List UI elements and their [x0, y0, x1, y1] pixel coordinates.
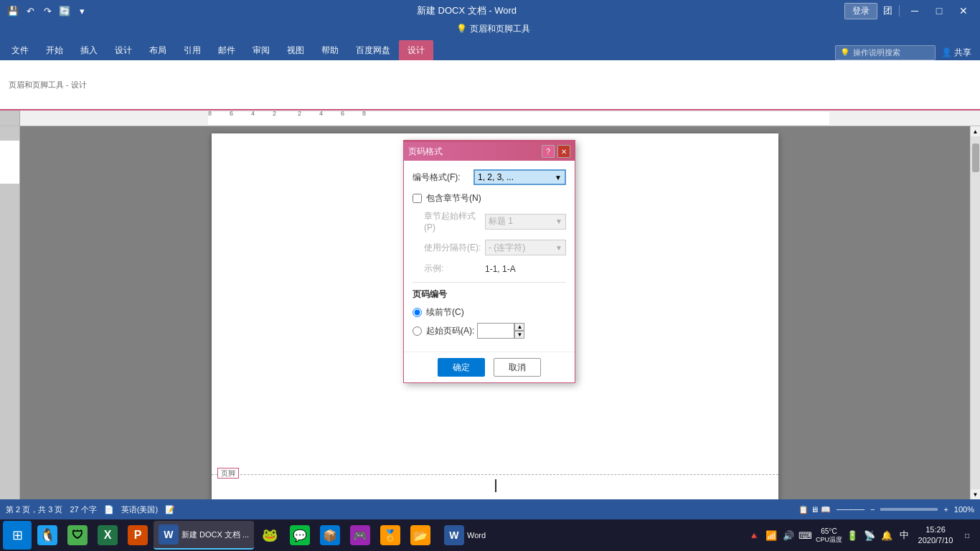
tray-expand[interactable]: 🔺	[747, 528, 761, 542]
tray-keyboard[interactable]: ⌨	[798, 528, 813, 542]
chapter-style-select: 标题 1 ▼	[485, 214, 566, 230]
tab-file[interactable]: 文件	[3, 40, 37, 60]
number-format-value: 1, 2, 3, ...	[478, 172, 514, 182]
separator-label: 使用分隔符(E):	[424, 242, 485, 254]
redo-icon[interactable]: ↷	[40, 4, 55, 18]
tab-mail[interactable]: 邮件	[209, 40, 244, 60]
header-tool-icon: 💡	[456, 24, 467, 34]
taskbar-360[interactable]: 🛡	[63, 521, 92, 550]
restore-button[interactable]: □	[928, 1, 950, 20]
start-page-input[interactable]	[477, 323, 514, 339]
separator-value: - (连字符)	[489, 242, 525, 254]
language-info: 英语(美国)	[121, 504, 158, 515]
tab-layout[interactable]: 布局	[141, 40, 175, 60]
system-tray: 🔺 📶 🔊 ⌨ 65°C CPU温度 🔋 📡 🔔 中 15:26 2020/7/…	[744, 524, 977, 547]
scroll-thumb[interactable]	[972, 143, 979, 172]
example-label: 示例:	[424, 263, 485, 275]
ribbon: 页眉和页脚工具 - 设计	[0, 60, 980, 110]
tab-home[interactable]: 开始	[37, 40, 72, 60]
minimize-button[interactable]: ─	[904, 1, 925, 20]
include-chapter-label: 包含章节号(N)	[426, 192, 481, 204]
scroll-up-button[interactable]: ▲	[971, 126, 981, 136]
zoom-out-button[interactable]: −	[870, 505, 875, 514]
taskbar-word2-label: Word	[467, 531, 486, 540]
close-button[interactable]: ✕	[953, 1, 974, 20]
scroll-track[interactable]	[971, 136, 980, 489]
taskbar-app7[interactable]: 🎮	[346, 521, 374, 550]
number-format-arrow: ▼	[555, 174, 562, 182]
tab-view[interactable]: 视图	[278, 40, 313, 60]
number-format-label: 编号格式(F):	[413, 171, 473, 184]
taskbar-word-active[interactable]: W 新建 DOCX 文档 ...	[154, 521, 254, 550]
separator-row: 使用分隔符(E): - (连字符) ▼	[424, 240, 566, 255]
show-desktop[interactable]: □	[960, 528, 974, 542]
spin-down-button[interactable]: ▼	[514, 331, 524, 339]
include-chapter-checkbox[interactable]	[413, 194, 422, 203]
autosave-icon[interactable]: 🔄	[57, 4, 72, 18]
cancel-button[interactable]: 取消	[494, 358, 541, 377]
chapter-style-row: 章节起始样式(P) 标题 1 ▼	[424, 210, 566, 232]
scroll-down-button[interactable]: ▼	[971, 489, 981, 499]
search-box[interactable]: 操作说明搜索	[853, 47, 900, 58]
vertical-scrollbar[interactable]: ▲ ▼	[970, 126, 980, 499]
taskbar-excel[interactable]: X	[93, 521, 122, 550]
footer-label: 页脚	[217, 468, 239, 479]
tab-baidu[interactable]: 百度网盘	[347, 40, 399, 60]
share-button[interactable]: 👤 共享	[941, 47, 971, 59]
tray-network[interactable]: 📶	[764, 528, 778, 542]
taskbar-wechat[interactable]: 💬	[286, 521, 314, 550]
status-bar: 第 2 页，共 3 页 27 个字 📄 英语(美国) 📝 📋 🖥 📖 ─────…	[0, 499, 980, 519]
tray-sound[interactable]: 🔔	[880, 528, 894, 542]
number-format-select[interactable]: 1, 2, 3, ... ▼	[473, 169, 566, 185]
number-format-row: 编号格式(F): 1, 2, 3, ... ▼	[413, 169, 566, 185]
taskbar-ppt[interactable]: P	[123, 521, 152, 550]
customize-icon[interactable]: ▾	[75, 4, 89, 18]
spin-up-button[interactable]: ▲	[514, 323, 524, 331]
track-icon: 📝	[165, 505, 175, 514]
separator-select: - (连字符) ▼	[485, 240, 566, 255]
page-footer-area: 页脚	[212, 474, 778, 478]
taskbar-files[interactable]: 📂	[406, 521, 435, 550]
title-left: 💾 ↶ ↷ 🔄 ▾	[6, 4, 89, 18]
zoom-slider-container[interactable]: ─────	[837, 505, 864, 514]
start-button[interactable]: ⊞	[3, 521, 32, 550]
start-page-radio[interactable]	[413, 326, 422, 336]
doc-icon: 📄	[104, 505, 114, 514]
window-title: 新建 DOCX 文档 - Word	[89, 4, 844, 17]
tab-help[interactable]: 帮助	[313, 40, 347, 60]
title-sep	[899, 5, 900, 17]
start-page-row: 起始页码(A): ▲ ▼	[413, 323, 566, 339]
tab-review[interactable]: 审阅	[244, 40, 278, 60]
tab-design[interactable]: 设计	[106, 40, 141, 60]
tray-volume[interactable]: 🔊	[781, 528, 796, 542]
save-icon[interactable]: 💾	[6, 4, 20, 18]
zoom-level: 100%	[954, 505, 974, 514]
dialog-divider	[413, 282, 566, 283]
taskbar-app6[interactable]: 📦	[316, 521, 344, 550]
system-clock[interactable]: 15:26 2020/7/10	[914, 524, 957, 547]
example-row: 示例: 1-1, 1-A	[424, 263, 566, 275]
tab-insert[interactable]: 插入	[72, 40, 106, 60]
cpu-temp: 65°C CPU温度	[816, 527, 842, 545]
ruler: 8 6 4 2 2 4 6 8	[0, 110, 980, 126]
tab-header-design[interactable]: 设计	[399, 40, 433, 60]
taskbar-frog[interactable]: 🐸	[255, 521, 284, 550]
zoom-bar[interactable]	[880, 508, 938, 511]
tray-battery[interactable]: 🔋	[845, 528, 859, 542]
page-number-format-dialog: 页码格式 ? ✕ 编号格式(F): 1, 2, 3, ... ▼ 包含章节号(N…	[403, 140, 575, 383]
dialog-close-button[interactable]: ✕	[557, 145, 570, 158]
dialog-help-button[interactable]: ?	[542, 145, 555, 158]
continue-radio[interactable]	[413, 308, 422, 317]
chapter-style-value: 标题 1	[489, 215, 513, 227]
taskbar-app8[interactable]: 🏅	[376, 521, 405, 550]
undo-icon[interactable]: ↶	[23, 4, 37, 18]
zoom-in-button[interactable]: +	[943, 505, 948, 514]
tab-reference[interactable]: 引用	[175, 40, 209, 60]
team-icon[interactable]: 团	[880, 4, 895, 18]
tray-input[interactable]: 中	[897, 528, 911, 542]
taskbar-qq[interactable]: 🐧	[33, 521, 62, 550]
login-button[interactable]: 登录	[844, 3, 877, 19]
confirm-button[interactable]: 确定	[438, 358, 485, 377]
tray-wifi-bars[interactable]: 📡	[862, 528, 877, 542]
taskbar-word2[interactable]: W Word	[436, 521, 494, 550]
